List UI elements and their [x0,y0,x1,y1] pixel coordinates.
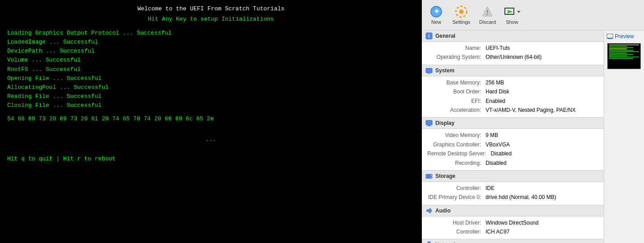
main-content: i General Name: UEFI-Tuts Operating Syst… [422,31,644,243]
system-efi-value: Enabled [486,97,505,106]
network-section-header: Network [422,239,604,243]
display-body: Video Memory: 9 MB Graphics Controller: … [422,129,604,170]
system-section-label: System [435,67,455,74]
system-accel-row: Acceleration: VT-x/AMD-V, Nested Paging,… [427,106,598,115]
system-boot-label: Boot Order: [427,87,486,96]
display-vmem-row: Video Memory: 9 MB [427,131,598,140]
svg-rect-32 [607,34,613,38]
svg-text:✦: ✦ [434,8,440,15]
audio-controller-row: Controller: ICH AC97 [427,227,598,236]
log-line-3: DevicePath ... Successful [7,47,415,56]
terminal-title: Welcome to the UEFI From Scratch Tutoria… [7,5,415,12]
audio-driver-value: Windows DirectSound [486,218,539,227]
discard-icon [481,5,494,18]
svg-rect-16 [427,126,431,126]
preview-monitor-icon [607,34,613,39]
svg-text:i: i [429,34,430,39]
audio-controller-label: Controller: [427,227,486,236]
general-body: Name: UEFI-Tuts Operating System: Other/… [422,42,604,65]
svg-marker-9 [517,11,521,13]
dots-line: ... [7,136,415,143]
terminal-panel: Welcome to the UEFI From Scratch Tutoria… [0,0,422,243]
chevron-down-icon [517,9,521,14]
system-memory-row: Base Memory: 256 MB [427,78,598,87]
general-section-header: i General [422,31,604,42]
log-line-6: Opening File ... Successful [7,74,415,83]
audio-body: Host Driver: Windows DirectSound Control… [422,216,604,239]
general-name-label: Name: [427,44,486,53]
show-button[interactable]: Show [501,4,523,27]
system-accel-label: Acceleration: [427,106,486,115]
general-os-value: Other/Unknown (64-bit) [486,53,542,62]
discard-button[interactable]: Discard [476,4,499,27]
svg-point-2 [459,9,464,14]
new-button[interactable]: ✦ New [425,4,447,27]
svg-rect-14 [426,120,432,125]
system-efi-row: EFI: Enabled [427,97,598,106]
display-vmem-value: 9 MB [486,131,498,140]
log-line-4: Volume ... Successful [7,56,415,65]
svg-marker-8 [508,10,513,13]
new-label: New [431,19,441,25]
storage-controller-row: Controller: IDE [427,184,598,193]
display-rec-label: Recording: [427,159,486,168]
storage-controller-value: IDE [486,184,495,193]
storage-ide-value: drive.hdd (Normal, 40.00 MB) [486,193,556,202]
settings-label: Settings [452,19,470,25]
preview-header: Preview [604,31,637,41]
hex-line: 54 68 69 73 20 69 73 20 61 20 74 65 78 7… [7,115,415,124]
svg-rect-12 [426,68,432,73]
svg-rect-15 [428,125,430,126]
audio-section-label: Audio [435,208,451,214]
vbox-panel: ✦ New Settings Discard [422,0,644,243]
storage-body: Controller: IDE IDE Primary Device 0: dr… [422,182,604,205]
log-line-1: Loading Graphics Output Protocol ... Suc… [7,29,415,38]
display-rdp-row: Remote Desktop Server: Disabled [427,149,598,158]
display-icon [425,119,433,127]
system-icon [425,67,433,74]
general-name-row: Name: UEFI-Tuts [427,44,598,53]
settings-icon [455,5,468,18]
display-gc-label: Graphics Controller: [427,140,486,149]
details-panel: i General Name: UEFI-Tuts Operating Syst… [422,31,604,243]
preview-label: Preview [615,33,634,40]
network-icon [425,241,433,243]
audio-driver-label: Host Driver: [427,218,486,227]
settings-button[interactable]: Settings [449,4,474,27]
svg-rect-13 [428,73,430,74]
system-memory-value: 256 MB [486,78,504,87]
system-accel-value: VT-x/AMD-V, Nested Paging, PAE/NX [486,106,576,115]
new-icon: ✦ [430,5,442,18]
general-os-label: Operating System: [427,53,486,62]
terminal-subtitle: Hit Any Key to setup Initializations [7,16,415,22]
storage-ide-row: IDE Primary Device 0: drive.hdd (Normal,… [427,193,598,202]
storage-icon [425,172,433,180]
log-line-8: Reading File ... Successful [7,92,415,101]
audio-section-header: Audio [422,205,604,216]
log-line-7: AllocatingPool ... Successful [7,83,415,92]
preview-screen [607,43,641,69]
show-icon [503,5,516,18]
display-rec-value: Disabled [486,159,507,168]
toolbar: ✦ New Settings Discard [422,0,644,31]
audio-controller-value: ICH AC97 [486,227,509,236]
storage-ide-label: IDE Primary Device 0: [427,193,486,202]
discard-label: Discard [479,19,496,25]
svg-point-20 [431,177,432,178]
system-boot-value: Hard Disk [486,87,509,96]
display-rdp-label: Remote Desktop Server: [427,149,491,158]
display-rec-row: Recording: Disabled [427,159,598,168]
display-section-header: Display [422,117,604,129]
display-rdp-value: Disabled [491,149,512,158]
log-line-2: LoadedImage ... Successful [7,38,415,47]
general-section-label: General [435,33,456,39]
show-label: Show [506,19,518,25]
svg-point-6 [487,14,488,15]
display-gc-row: Graphics Controller: VBoxVGA [427,140,598,149]
display-vmem-label: Video Memory: [427,131,486,140]
audio-icon [425,207,433,214]
quit-line: Hit q to quit | Hit r to reboot [7,155,415,162]
storage-section-header: Storage [422,170,604,182]
storage-controller-label: Controller: [427,184,486,193]
general-os-row: Operating System: Other/Unknown (64-bit) [427,53,598,62]
